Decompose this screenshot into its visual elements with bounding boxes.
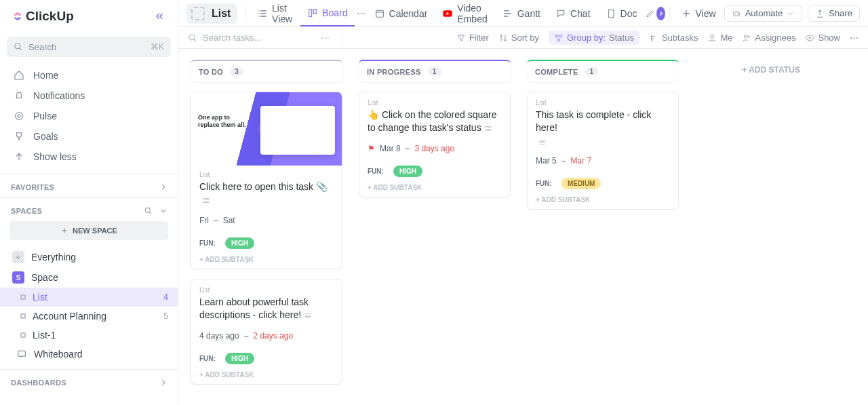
fun-label: FUN: (199, 239, 216, 247)
add-subtask-button[interactable]: + ADD SUBTASK (199, 256, 334, 263)
view-doc[interactable]: Doc (599, 0, 644, 26)
favorites-header[interactable]: FAVORITES (0, 182, 178, 192)
chevron-right-icon (159, 182, 168, 192)
nav-home[interactable]: Home (0, 65, 178, 85)
assignees-button[interactable]: Assignees (742, 33, 795, 43)
list-icon (257, 8, 268, 19)
column-header-todo[interactable]: TO DO3 (191, 60, 342, 82)
svg-rect-6 (18, 351, 26, 356)
add-subtask-button[interactable]: + ADD SUBTASK (368, 184, 502, 191)
search-tasks-input[interactable]: Search tasks... ⋯ (188, 31, 345, 45)
whiteboard-item[interactable]: Whiteboard (0, 345, 178, 364)
add-subtask-button[interactable]: + ADD SUBTASK (199, 371, 334, 379)
task-card[interactable]: List This task is complete - click here!… (527, 92, 679, 210)
search-icon[interactable] (144, 206, 153, 216)
list-icon (20, 332, 26, 338)
list-icon (20, 313, 26, 319)
nav-showless[interactable]: Show less (0, 147, 178, 167)
next-button[interactable] (656, 7, 665, 20)
list-item-list[interactable]: List4 (0, 288, 178, 307)
column-header-complete[interactable]: COMPLETE1 (527, 60, 679, 82)
list-item-account-planning[interactable]: Account Planning5 (0, 307, 178, 326)
home-icon (14, 70, 24, 81)
clickup-logo-icon (12, 11, 23, 22)
column-complete: COMPLETE1 List This task is complete - c… (527, 60, 679, 394)
dashboards-header[interactable]: DASHBOARDS (0, 378, 178, 387)
gantt-icon (502, 8, 513, 19)
spaces-header[interactable]: SPACES (0, 206, 178, 216)
dashboards-section: DASHBOARDS (0, 369, 178, 393)
edit-icon-button[interactable] (645, 5, 655, 22)
column-header-progress[interactable]: IN PROGRESS1 (359, 60, 511, 82)
svg-line-5 (149, 212, 151, 214)
view-board[interactable]: Board (300, 0, 354, 26)
svg-point-2 (18, 115, 20, 117)
search-input[interactable]: Search ⌘K (7, 37, 171, 57)
subtasks-button[interactable]: Subtasks (649, 33, 698, 43)
collapse-sidebar-button[interactable] (151, 7, 168, 25)
search-placeholder: Search (28, 42, 56, 52)
chevron-right-icon (159, 378, 168, 387)
view-video-embed[interactable]: Video Embed (435, 0, 494, 26)
view-calendar[interactable]: Calendar (368, 0, 435, 26)
share-button[interactable]: Share (808, 5, 860, 22)
task-card[interactable]: List 👆 Click on the colored square to ch… (359, 92, 511, 197)
space-item[interactable]: SSpace (0, 267, 178, 288)
add-subtask-button[interactable]: + ADD SUBTASK (536, 196, 670, 204)
more-views-button[interactable]: ⋯ (356, 5, 366, 22)
sort-button[interactable]: Sort by (498, 33, 539, 43)
svg-rect-7 (309, 9, 312, 16)
nav-goals[interactable]: Goals (0, 126, 178, 147)
svg-point-20 (745, 35, 747, 37)
view-gantt[interactable]: Gantt (496, 0, 547, 26)
chevron-down-icon (787, 9, 795, 18)
card-list-label: List (368, 99, 502, 107)
topbar: List List View Board ⋯ Calendar Video Em… (178, 0, 868, 27)
add-view-button[interactable]: View (674, 0, 723, 26)
favorites-section: FAVORITES (0, 174, 178, 197)
card-title: 👆 Click on the colored square to change … (368, 109, 502, 134)
view-chat[interactable]: Chat (549, 0, 597, 26)
column-todo: TO DO3 One app to replace them all. ▶ Li… (191, 60, 342, 394)
view-list[interactable]: List View (250, 0, 299, 26)
description-icon: ≣ (538, 136, 546, 147)
list-icon (20, 294, 26, 300)
task-card[interactable]: List Learn about powerful task descrip­t… (191, 279, 342, 385)
pencil-icon (646, 9, 655, 18)
everything-item[interactable]: ⁘Everything (0, 247, 178, 267)
breadcrumb[interactable]: List (186, 3, 237, 24)
nav-pulse[interactable]: Pulse (0, 106, 178, 126)
new-space-button[interactable]: NEW SPACE (9, 221, 168, 240)
chevron-down-icon[interactable] (159, 206, 168, 216)
filter-button[interactable]: Filter (456, 33, 489, 43)
space-avatar: S (12, 271, 24, 284)
card-cover-image: One app to replace them all. ▶ (191, 92, 342, 166)
svg-line-15 (194, 39, 196, 41)
pulse-icon (14, 111, 24, 121)
nav-notifications[interactable]: Notifications (0, 85, 178, 106)
svg-point-17 (559, 35, 562, 37)
more-button[interactable]: ⋯ (850, 33, 859, 43)
me-button[interactable]: Me (707, 33, 732, 43)
plus-icon (681, 8, 692, 19)
show-button[interactable]: Show (805, 33, 840, 43)
description-icon: ≣ (484, 122, 492, 133)
list-item-list1[interactable]: List-1 (0, 326, 178, 345)
group-icon (554, 33, 564, 43)
svg-point-21 (748, 36, 749, 37)
filter-icon (456, 33, 466, 43)
toolbar: Search tasks... ⋯ Filter Sort by Group b… (178, 27, 868, 49)
task-card[interactable]: One app to replace them all. ▶ List Clic… (191, 92, 342, 269)
add-status-button[interactable]: + ADD STATUS (695, 60, 847, 394)
list-icon (191, 7, 205, 20)
group-by-button[interactable]: Group by: Status (549, 31, 639, 45)
trophy-icon (14, 131, 24, 142)
fun-label: FUN: (368, 168, 384, 175)
card-list-label: List (199, 286, 334, 294)
card-title: This task is complete - click here! (536, 109, 670, 134)
search-icon (188, 33, 197, 43)
automate-button[interactable]: Automate (724, 5, 803, 22)
play-icon: ▶ (258, 120, 275, 138)
svg-point-22 (809, 37, 810, 38)
logo[interactable]: ClickUp (12, 9, 74, 24)
